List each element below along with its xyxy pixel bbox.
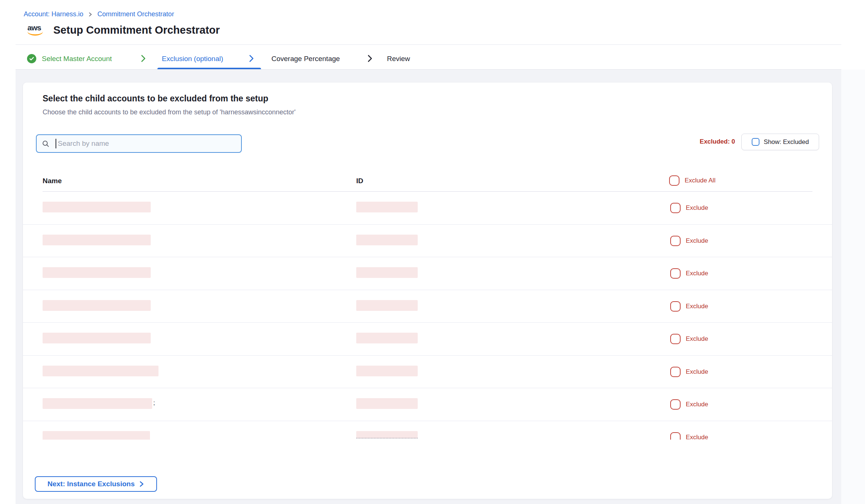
- account-id-redacted: [356, 235, 418, 245]
- account-name-redacted: [43, 235, 151, 245]
- account-id-redacted: [356, 202, 418, 212]
- search-icon: [42, 140, 50, 148]
- show-excluded-label: Show: Excluded: [764, 138, 809, 146]
- account-id-redacted: [356, 300, 418, 311]
- stepper-chevron-icon: [247, 54, 256, 63]
- step-coverage-percentage[interactable]: Coverage Percentage: [271, 54, 340, 63]
- exclude-all-checkbox[interactable]: [669, 175, 679, 186]
- account-name-redacted: [43, 267, 151, 278]
- table-row: ;Exclude: [23, 388, 832, 421]
- step-select-master-account[interactable]: Select Master Account: [42, 54, 112, 63]
- exclude-all-label: Exclude All: [685, 177, 715, 184]
- exclude-label: Exclude: [686, 270, 708, 277]
- table-row: Exclude: [23, 421, 832, 440]
- excluded-count-badge: Excluded: 0: [700, 138, 735, 145]
- step-complete-check-icon: [27, 54, 36, 63]
- column-header-name: Name: [43, 177, 62, 185]
- exclude-checkbox[interactable]: [670, 236, 681, 246]
- account-name-trailing-char: ;: [153, 400, 155, 406]
- account-rows: ExcludeExcludeExcludeExcludeExcludeExclu…: [23, 192, 832, 440]
- page-title: Setup Commitment Orchestrator: [53, 24, 220, 36]
- next-instance-exclusions-button[interactable]: Next: Instance Exclusions: [35, 476, 157, 492]
- show-excluded-checkbox[interactable]: [752, 138, 759, 146]
- exclusion-card: Select the child accounts to be excluded…: [23, 83, 832, 499]
- exclude-label: Exclude: [686, 237, 708, 245]
- chevron-right-icon: [138, 481, 144, 487]
- breadcrumb-chevron-icon: [88, 12, 93, 17]
- column-header-id: ID: [356, 177, 363, 185]
- account-id-redacted: [356, 366, 418, 376]
- account-id-redacted: [356, 431, 418, 439]
- exclude-label: Exclude: [686, 303, 708, 310]
- account-id-redacted: [356, 333, 418, 343]
- exclude-label: Exclude: [686, 401, 708, 408]
- scrollbar-gutter: [841, 0, 865, 504]
- exclude-all-control: Exclude All: [669, 175, 715, 186]
- table-row: Exclude: [23, 356, 832, 389]
- table-row: Exclude: [23, 192, 832, 225]
- page-header: Account: Harness.io Commitment Orchestra…: [0, 0, 865, 70]
- stepper-chevron-icon: [139, 54, 147, 63]
- table-row: Exclude: [23, 323, 832, 356]
- account-id-redacted: [356, 267, 418, 278]
- exclude-checkbox[interactable]: [670, 301, 681, 312]
- exclude-checkbox[interactable]: [670, 399, 681, 410]
- exclude-label: Exclude: [686, 335, 708, 343]
- setup-commitment-orchestrator-page: Account: Harness.io Commitment Orchestra…: [0, 0, 865, 504]
- show-excluded-toggle[interactable]: Show: Excluded: [741, 134, 819, 150]
- breadcrumb: Account: Harness.io Commitment Orchestra…: [24, 10, 174, 18]
- step-exclusion-optional[interactable]: Exclusion (optional): [162, 54, 223, 63]
- exclude-checkbox[interactable]: [670, 203, 681, 213]
- account-name-redacted: [43, 333, 151, 343]
- table-row: Exclude: [23, 290, 832, 323]
- account-name-redacted: [43, 398, 152, 409]
- aws-logo-icon: aws: [27, 24, 44, 36]
- exclude-label: Exclude: [686, 368, 708, 376]
- exclude-checkbox[interactable]: [670, 432, 681, 440]
- table-row: Exclude: [23, 257, 832, 290]
- account-id-redacted: [356, 398, 418, 409]
- account-name-redacted: [43, 366, 158, 376]
- exclude-checkbox[interactable]: [670, 334, 681, 344]
- stepper-chevron-icon: [366, 54, 374, 63]
- search-input[interactable]: [58, 140, 236, 148]
- table-row: Exclude: [23, 225, 832, 258]
- search-box[interactable]: [36, 134, 242, 153]
- step-review[interactable]: Review: [387, 54, 410, 63]
- exclude-label: Exclude: [686, 204, 708, 212]
- breadcrumb-page-link[interactable]: Commitment Orchestrator: [97, 10, 174, 18]
- breadcrumb-account-link[interactable]: Account: Harness.io: [24, 10, 83, 18]
- exclude-checkbox[interactable]: [670, 268, 681, 279]
- header-divider: [16, 44, 841, 45]
- exclude-label: Exclude: [686, 434, 708, 440]
- title-bar: aws Setup Commitment Orchestrator: [27, 24, 220, 36]
- card-subheading: Choose the child accounts to be excluded…: [43, 108, 295, 116]
- aws-smile-arc: [27, 31, 43, 36]
- account-name-redacted: [43, 431, 150, 440]
- account-name-redacted: [43, 202, 151, 212]
- card-heading: Select the child accounts to be excluded…: [43, 94, 268, 104]
- next-button-label: Next: Instance Exclusions: [47, 480, 134, 488]
- text-caret: [56, 139, 56, 148]
- account-name-redacted: [43, 300, 151, 311]
- exclude-checkbox[interactable]: [670, 367, 681, 377]
- page-body: Select the child accounts to be excluded…: [16, 70, 841, 504]
